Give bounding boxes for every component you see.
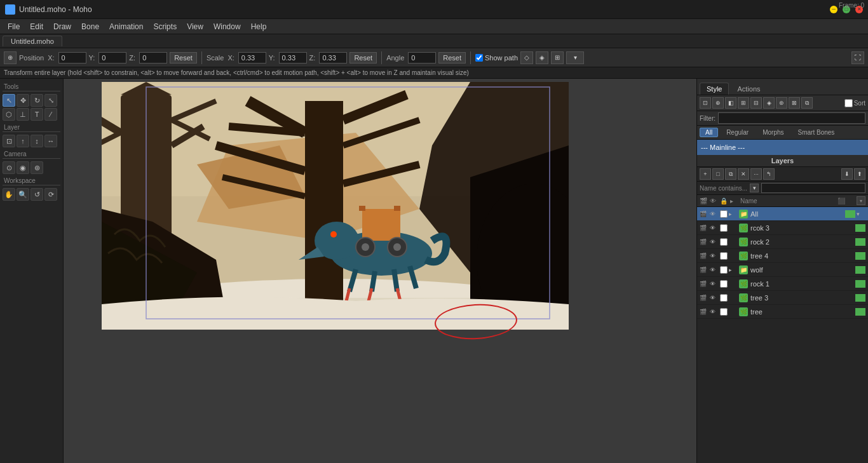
actions-icon-5[interactable]: ⊟ xyxy=(750,97,762,109)
scale-x-input[interactable] xyxy=(238,52,266,64)
text-tool[interactable]: T xyxy=(31,108,43,121)
layer-row-tree4[interactable]: 🎬 👁 🌿 tree 4 xyxy=(697,249,868,263)
layer-tool-3[interactable]: ↕ xyxy=(31,135,43,147)
tab-actions[interactable]: Actions xyxy=(730,83,767,95)
rotate-view-tool[interactable]: ↺ xyxy=(31,188,43,201)
layer-tool-2[interactable]: ↑ xyxy=(17,135,29,147)
layer-delete-btn[interactable]: ✕ xyxy=(738,168,749,180)
menu-scripts[interactable]: Scripts xyxy=(148,21,182,32)
layer-collapse-btn[interactable]: ⬇ xyxy=(841,168,853,180)
rotate-tool[interactable]: ↻ xyxy=(31,94,43,107)
reset-button-3[interactable]: Reset xyxy=(438,52,466,64)
layer-checkbox-tree[interactable] xyxy=(720,308,728,316)
layer-row-all[interactable]: 🎬 👁 ▸ 📁 All ▾ xyxy=(697,207,868,221)
layer-add-btn[interactable]: + xyxy=(700,168,711,180)
layer-checkbox-all[interactable] xyxy=(720,210,728,218)
brush-tool[interactable]: ∕ xyxy=(44,108,57,121)
reset-button-2[interactable]: Reset xyxy=(349,52,377,64)
canvas-area[interactable] xyxy=(64,79,696,463)
layer-checkbox-wolf[interactable] xyxy=(720,266,728,274)
camera-tool-2[interactable]: ◉ xyxy=(17,161,29,174)
name-search-input[interactable] xyxy=(761,183,865,193)
select-tool[interactable]: ↖ xyxy=(3,94,15,107)
active-tab[interactable]: Untitled.moho xyxy=(3,36,62,46)
menu-view[interactable]: View xyxy=(182,21,208,32)
layer-checkbox-tree4[interactable] xyxy=(720,252,728,260)
scale-z-input[interactable] xyxy=(319,52,347,64)
layer-name-tree3: tree 3 xyxy=(749,294,854,302)
bone-tab-morphs[interactable]: Morphs xyxy=(757,128,789,137)
menu-animation[interactable]: Animation xyxy=(104,21,148,32)
menu-draw[interactable]: Draw xyxy=(48,21,76,32)
layer-row-wolf[interactable]: 🎬 👁 ▸ 📁 wolf xyxy=(697,263,868,277)
menu-file[interactable]: File xyxy=(3,21,25,32)
bone-tab-smartbones[interactable]: Smart Bones xyxy=(792,128,841,137)
mainline-row[interactable]: --- Mainline --- xyxy=(697,140,868,155)
menu-bone[interactable]: Bone xyxy=(76,21,104,32)
path-icon-2[interactable]: ◈ xyxy=(536,51,548,64)
bone-tab-regular[interactable]: Regular xyxy=(721,128,754,137)
y-input[interactable] xyxy=(98,52,126,64)
layer-row-tree[interactable]: 🎬 👁 🌿 tree xyxy=(697,305,868,319)
minimize-button[interactable]: ─ xyxy=(830,6,837,13)
menu-window[interactable]: Window xyxy=(208,21,246,32)
layer-group-btn[interactable]: □ xyxy=(712,168,724,180)
layer-expand-btn[interactable]: ⬆ xyxy=(854,168,865,180)
menu-help[interactable]: Help xyxy=(246,21,272,32)
scale-y-input[interactable] xyxy=(279,52,307,64)
layer-tool-1[interactable]: ⊡ xyxy=(3,135,15,147)
layer-checkbox-rock1[interactable] xyxy=(720,280,728,288)
actions-icon-9[interactable]: ⧉ xyxy=(801,97,813,109)
layer-more-btn[interactable]: ··· xyxy=(750,168,762,180)
transform-tool[interactable]: ✥ xyxy=(17,94,29,107)
actions-icon-1[interactable]: ⊡ xyxy=(700,97,711,109)
actions-icon-3[interactable]: ◧ xyxy=(725,97,736,109)
actions-icon-4[interactable]: ⊞ xyxy=(738,97,749,109)
magnet-tool[interactable]: ⊥ xyxy=(17,108,29,121)
actions-icon-8[interactable]: ⊠ xyxy=(789,97,800,109)
menu-edit[interactable]: Edit xyxy=(25,21,48,32)
layer-row-rock2[interactable]: 🎬 👁 🌿 rock 2 xyxy=(697,235,868,249)
actions-icon-6[interactable]: ◈ xyxy=(763,97,775,109)
layer-row-rcok3[interactable]: 🎬 👁 🌿 rcok 3 xyxy=(697,221,868,235)
col-lock: 🔒 xyxy=(720,198,730,205)
camera-tool-1[interactable]: ⊙ xyxy=(3,161,15,174)
layer-tool-4[interactable]: ↔ xyxy=(44,135,57,147)
hand-tool[interactable]: ✋ xyxy=(3,188,15,201)
fullscreen-icon[interactable]: ⛶ xyxy=(851,51,864,64)
scale-tool[interactable]: ⤡ xyxy=(44,94,57,107)
layer-row-tree3[interactable]: 🎬 👁 🌿 tree 3 xyxy=(697,291,868,305)
layer-expand-wolf: ▸ xyxy=(729,267,738,273)
reset-button-1[interactable]: Reset xyxy=(170,52,197,64)
z-input[interactable] xyxy=(139,52,167,64)
tab-style[interactable]: Style xyxy=(700,83,729,95)
layer-checkbox-rock2[interactable] xyxy=(720,238,728,246)
actions-icon-2[interactable]: ⊕ xyxy=(712,97,724,109)
bone-tab-all[interactable]: All xyxy=(700,128,718,137)
transform-icon[interactable]: ⊕ xyxy=(4,51,17,64)
svg-point-22 xyxy=(330,231,337,238)
zoom-in-tool[interactable]: 🔍 xyxy=(17,188,29,201)
show-path-checkbox[interactable] xyxy=(475,54,483,62)
actions-icon-7[interactable]: ⊛ xyxy=(776,97,787,109)
x-input[interactable] xyxy=(58,52,86,64)
layer-checkbox-tree3[interactable] xyxy=(720,294,728,302)
layer-checkbox-rcok3[interactable] xyxy=(720,224,728,232)
layer-row-rock1[interactable]: 🎬 👁 🌿 rock 1 xyxy=(697,277,868,291)
path-icon-3[interactable]: ⊞ xyxy=(551,51,564,64)
layer-options-all[interactable]: ▾ xyxy=(857,211,865,217)
reset-view-tool[interactable]: ⟳ xyxy=(44,188,57,201)
svg-rect-31 xyxy=(359,206,365,211)
filter-input[interactable] xyxy=(718,112,865,124)
layer-settings-btn[interactable]: ↰ xyxy=(763,168,775,180)
tools-row-2: ⬡ ⊥ T ∕ xyxy=(3,108,60,121)
camera-tool-3[interactable]: ⊛ xyxy=(31,161,43,174)
path-icon-1[interactable]: ◇ xyxy=(520,51,533,64)
name-filter-dropdown[interactable]: ▾ xyxy=(750,184,759,192)
path-dropdown[interactable]: ▾ xyxy=(566,51,584,64)
sort-checkbox[interactable] xyxy=(844,99,853,107)
shear-tool[interactable]: ⬡ xyxy=(3,108,15,121)
col-dropdown[interactable]: ▾ xyxy=(857,196,865,205)
layer-duplicate-btn[interactable]: ⧉ xyxy=(725,168,736,180)
angle-input[interactable] xyxy=(408,52,436,64)
